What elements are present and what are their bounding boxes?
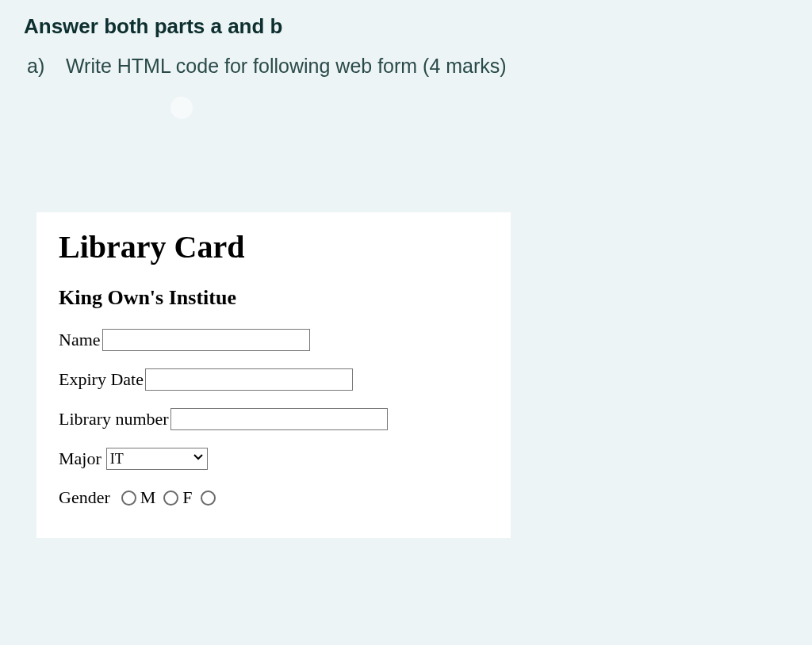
label-name: Name <box>59 330 101 350</box>
web-form-card: Library Card King Own's Institue Name Ex… <box>36 212 511 538</box>
radio-gender-f[interactable] <box>163 490 178 506</box>
row-libnum: Library number <box>59 408 488 430</box>
label-expiry: Expiry Date <box>59 369 144 390</box>
label-gender: Gender <box>59 487 110 508</box>
label-gender-m: M <box>140 487 156 508</box>
row-name: Name <box>59 329 488 351</box>
part-a-text: Write HTML code for following web form (… <box>66 55 507 77</box>
form-subtitle: King Own's Institue <box>59 286 488 310</box>
instruction-heading: Answer both parts a and b <box>24 14 788 39</box>
row-expiry: Expiry Date <box>59 368 488 391</box>
input-libnum[interactable] <box>170 408 388 430</box>
input-name[interactable] <box>102 329 310 351</box>
part-a-label: a) <box>27 55 60 78</box>
decorative-dot <box>170 97 193 119</box>
part-a-question: a) Write HTML code for following web for… <box>24 55 788 78</box>
label-major: Major <box>59 448 102 469</box>
label-gender-f: F <box>182 487 192 508</box>
input-expiry[interactable] <box>145 368 353 391</box>
row-major: Major IT <box>59 448 488 470</box>
row-gender: Gender M F <box>59 487 488 508</box>
form-title: Library Card <box>59 228 488 265</box>
radio-gender-m[interactable] <box>121 490 136 506</box>
radio-gender-blank[interactable] <box>201 490 216 506</box>
select-major[interactable]: IT <box>106 448 208 470</box>
label-libnum: Library number <box>59 409 169 429</box>
